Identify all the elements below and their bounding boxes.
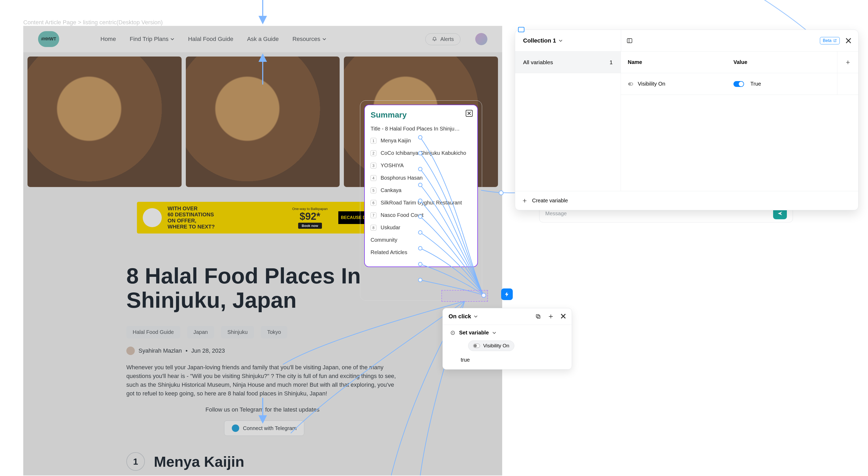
ad-copy: WITH OVER 60 DESTINATIONS ON OFFER, WHER… [167, 205, 215, 230]
article-date: Jun 28, 2023 [191, 347, 225, 354]
alerts-label: Alerts [440, 36, 454, 42]
col-value-header: Value [726, 59, 837, 65]
variable-row[interactable]: Visibility On True [621, 73, 858, 95]
summary-item-4[interactable]: 4Bosphorus Hasan [371, 172, 471, 184]
site-logo[interactable]: #HHWT [38, 31, 59, 47]
prototype-action-button[interactable] [501, 288, 513, 300]
tag-tokyo[interactable]: Tokyo [261, 326, 287, 338]
frame-marker[interactable] [518, 27, 524, 32]
follow-line: Follow us on Telegram for the latest upd… [126, 406, 399, 413]
summary-item-6[interactable]: 6SilkRoad Tarim Uyghur Restaurant [371, 197, 471, 209]
author-avatar [126, 347, 135, 355]
interaction-variable-chip[interactable]: Visibility On [468, 340, 514, 351]
close-icon[interactable] [561, 313, 566, 319]
nav-home-label: Home [100, 36, 116, 42]
nav-ask-a-guide[interactable]: Ask a Guide [247, 36, 279, 42]
plus-icon [522, 198, 527, 203]
tag-row: Halal Food Guide Japan Shinjuku Tokyo [126, 326, 287, 338]
sidebar-toggle-icon[interactable] [626, 37, 633, 44]
telegram-icon [232, 424, 239, 432]
summary-card: Summary Title - 8 Halal Food Places In S… [364, 105, 478, 267]
article-title: 8 Halal Food Places In Shinjuku, Japan [126, 264, 399, 312]
nav-home[interactable]: Home [100, 36, 116, 42]
variable-name: Visibility On [638, 81, 665, 87]
variables-footer: Create variable [515, 191, 858, 210]
tag-shinjuku[interactable]: Shinjuku [221, 326, 254, 338]
tag-halal-food-guide[interactable]: Halal Food Guide [126, 326, 180, 338]
interaction-action[interactable]: Set variable [443, 325, 572, 340]
close-icon [467, 111, 471, 115]
svg-point-6 [629, 83, 631, 85]
copy-icon[interactable] [535, 313, 541, 319]
nav-find-trip-plans-label: Find Trip Plans [130, 36, 168, 42]
variables-close-button[interactable] [845, 38, 851, 43]
hero-image-2 [186, 57, 340, 187]
collection-dropdown[interactable]: Collection 1 [515, 37, 621, 44]
interaction-value[interactable]: true [443, 356, 572, 369]
chevron-down-icon [322, 37, 326, 41]
add-variable-button[interactable] [837, 52, 858, 73]
hero-image-1 [28, 57, 182, 187]
summary-item-1[interactable]: 1Menya Kaijin [371, 134, 471, 147]
summary-item-2[interactable]: 2CoCo Ichibanya Shinjuku Kabukicho [371, 147, 471, 159]
variables-header: Collection 1 Beta [515, 30, 858, 52]
plus-icon [845, 60, 850, 65]
summary-related[interactable]: Related Articles [371, 246, 471, 259]
nav-resources[interactable]: Resources [292, 36, 326, 42]
send-icon [777, 210, 783, 216]
create-variable-button[interactable]: Create variable [532, 198, 568, 204]
message-placeholder: Message [545, 210, 567, 216]
ad-cta[interactable]: Book now [298, 223, 322, 229]
variables-panel: Collection 1 Beta All variables 1 Name V… [515, 30, 859, 210]
summary-item-1-label: Menya Kaijin [381, 138, 411, 144]
summary-title-row[interactable]: Title - 8 Halal Food Places In Shinju… [371, 123, 471, 134]
variables-table-header: Name Value [621, 52, 858, 73]
ad-banner[interactable]: WITH OVER 60 DESTINATIONS ON OFFER, WHER… [137, 202, 389, 234]
summary-item-7[interactable]: 7Nasco Food Court [371, 209, 471, 222]
lightning-icon [504, 292, 510, 297]
site-topbar: #HHWT Home Find Trip Plans Halal Food Gu… [23, 26, 502, 52]
all-variables-count: 1 [610, 59, 613, 66]
alerts-button[interactable]: Alerts [425, 33, 460, 45]
bell-icon [432, 36, 437, 42]
summary-item-8-label: Uskudar [381, 225, 400, 231]
interaction-trigger[interactable]: On click [448, 313, 477, 320]
variables-table: Name Value Visibility On True [621, 52, 858, 191]
ad-line-3: ON OFFER, [167, 218, 215, 224]
ad-line-4: WHERE TO NEXT? [167, 224, 215, 230]
breadcrumb: Content Article Page > listing centric(D… [23, 19, 163, 26]
target-icon [450, 330, 456, 336]
nav-find-trip-plans[interactable]: Find Trip Plans [130, 36, 175, 42]
chevron-down-icon [559, 39, 562, 42]
interaction-trigger-label: On click [448, 313, 471, 320]
beta-badge[interactable]: Beta [820, 37, 840, 44]
tag-japan[interactable]: Japan [187, 326, 214, 338]
nav-ask-a-guide-label: Ask a Guide [247, 36, 279, 42]
nav-halal-food-guide-label: Halal Food Guide [188, 36, 233, 42]
avatar[interactable] [475, 33, 487, 45]
summary-close-button[interactable] [466, 110, 473, 117]
article-body: Whenever you tell your Japan-loving frie… [126, 363, 399, 398]
chevron-down-icon [170, 37, 174, 41]
summary-item-3[interactable]: 3YOSHIYA [371, 159, 471, 172]
ad-price: $92* [292, 211, 328, 222]
variable-toggle[interactable] [734, 81, 744, 87]
summary-list: 1Menya Kaijin 2CoCo Ichibanya Shinjuku K… [371, 134, 471, 234]
external-link-icon [833, 39, 837, 42]
nav-links: Home Find Trip Plans Halal Food Guide As… [100, 36, 410, 42]
svg-rect-1 [537, 315, 540, 318]
summary-item-5[interactable]: 5Cankaya [371, 184, 471, 197]
collection-label: Collection 1 [523, 37, 556, 44]
beta-label: Beta [823, 38, 832, 43]
all-variables-row[interactable]: All variables 1 [515, 52, 621, 73]
svg-point-3 [452, 332, 453, 333]
summary-item-6-label: SilkRoad Tarim Uyghur Restaurant [381, 200, 462, 206]
summary-community[interactable]: Community [371, 234, 471, 246]
nav-halal-food-guide[interactable]: Halal Food Guide [188, 36, 233, 42]
chevron-down-icon [492, 331, 496, 335]
summary-item-8[interactable]: 8Uskudar [371, 222, 471, 234]
telegram-button[interactable]: Connect with Telegram [224, 420, 304, 436]
boolean-icon [628, 81, 633, 87]
plus-icon[interactable] [548, 313, 554, 319]
selection-rectangle[interactable] [441, 290, 488, 302]
